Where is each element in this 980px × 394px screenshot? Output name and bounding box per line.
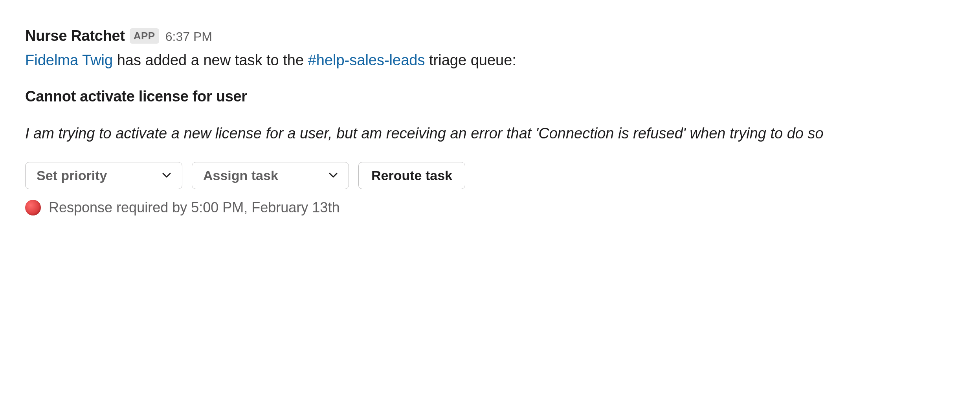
chevron-down-icon [329,171,338,180]
summary-text-end: triage queue: [425,52,516,68]
task-title: Cannot activate license for user [25,88,955,105]
assign-task-select[interactable]: Assign task [192,162,349,189]
set-priority-select[interactable]: Set priority [25,162,182,189]
reroute-task-button[interactable]: Reroute task [358,162,465,189]
app-badge: APP [130,28,159,44]
action-row: Set priority Assign task Reroute task [25,162,955,189]
red-circle-icon [25,200,41,215]
assign-task-label: Assign task [203,168,278,183]
message-timestamp[interactable]: 6:37 PM [165,29,212,44]
channel-link[interactable]: #help-sales-leads [308,52,425,68]
message-container: Nurse Ratchet APP 6:37 PM Fidelma Twig h… [25,28,955,216]
status-row: Response required by 5:00 PM, February 1… [25,199,955,216]
summary-line: Fidelma Twig has added a new task to the… [25,50,955,71]
status-text: Response required by 5:00 PM, February 1… [49,199,340,216]
user-link[interactable]: Fidelma Twig [25,52,113,68]
chevron-down-icon [162,171,171,180]
message-header: Nurse Ratchet APP 6:37 PM [25,28,955,45]
summary-text-middle: has added a new task to the [113,52,308,68]
sender-name[interactable]: Nurse Ratchet [25,28,125,44]
task-description: I am trying to activate a new license fo… [25,122,929,145]
set-priority-label: Set priority [37,168,107,183]
